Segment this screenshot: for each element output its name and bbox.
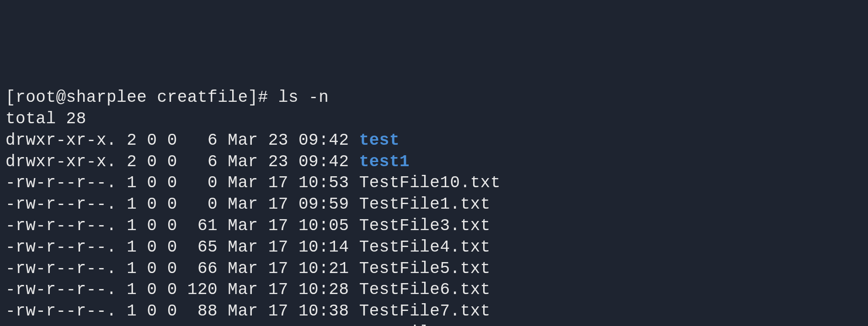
ls-entry-meta: -rw-r--r--. 1 0 0 0 Mar 17 09:59 xyxy=(5,195,359,214)
ls-entry: -rw-r--r--. 1 0 0 0 Mar 17 10:53 TestFil… xyxy=(5,173,863,194)
ls-entry-meta: -rw-r--r--. 1 0 0 120 Mar 17 10:28 xyxy=(5,280,359,299)
ls-entry-meta: -rw-r--r--. 1 0 0 65 Mar 17 10:14 xyxy=(5,238,359,257)
ls-entry: drwxr-xr-x. 2 0 0 6 Mar 23 09:42 test1 xyxy=(5,152,863,173)
ls-entry-meta: -rw-r--r--. 1 0 0 88 Mar 17 10:38 xyxy=(5,302,359,321)
file-name: TestFile8.txt xyxy=(359,323,490,326)
ls-entry-meta: -rw-r--r--. 1 0 0 37 Mar 17 10:45 xyxy=(5,323,359,326)
ls-entry: -rw-r--r--. 1 0 0 66 Mar 17 10:21 TestFi… xyxy=(5,258,863,280)
terminal-output[interactable]: [root@sharplee creatfile]# ls -ntotal 28… xyxy=(5,87,863,326)
file-name: TestFile1.txt xyxy=(359,195,490,214)
ls-entry: -rw-r--r--. 1 0 0 61 Mar 17 10:05 TestFi… xyxy=(5,216,863,237)
ls-entry: -rw-r--r--. 1 0 0 120 Mar 17 10:28 TestF… xyxy=(5,279,863,301)
command-line: [root@sharplee creatfile]# ls -n xyxy=(5,87,863,109)
file-name: TestFile4.txt xyxy=(359,238,490,257)
ls-entry: -rw-r--r--. 1 0 0 37 Mar 17 10:45 TestFi… xyxy=(5,322,863,326)
file-name: TestFile10.txt xyxy=(359,174,501,192)
file-name: TestFile3.txt xyxy=(359,216,490,235)
ls-entry: drwxr-xr-x. 2 0 0 6 Mar 23 09:42 test xyxy=(5,130,863,152)
shell-prompt: [root@sharplee creatfile]# xyxy=(5,88,278,107)
ls-entry-meta: -rw-r--r--. 1 0 0 61 Mar 17 10:05 xyxy=(5,216,359,235)
ls-entry: -rw-r--r--. 1 0 0 0 Mar 17 09:59 TestFil… xyxy=(5,194,863,216)
directory-name: test1 xyxy=(359,152,410,171)
typed-command: ls -n xyxy=(278,88,329,107)
ls-entry: -rw-r--r--. 1 0 0 65 Mar 17 10:14 TestFi… xyxy=(5,237,863,258)
ls-entry-meta: -rw-r--r--. 1 0 0 0 Mar 17 10:53 xyxy=(5,174,359,192)
ls-entry-meta: drwxr-xr-x. 2 0 0 6 Mar 23 09:42 xyxy=(5,131,359,150)
file-name: TestFile6.txt xyxy=(359,280,490,299)
total-line: total 28 xyxy=(5,109,863,130)
directory-name: test xyxy=(359,131,399,150)
ls-entry-meta: drwxr-xr-x. 2 0 0 6 Mar 23 09:42 xyxy=(5,152,359,171)
ls-entry-meta: -rw-r--r--. 1 0 0 66 Mar 17 10:21 xyxy=(5,259,359,278)
file-name: TestFile5.txt xyxy=(359,259,490,278)
file-name: TestFile7.txt xyxy=(359,302,490,321)
ls-entry: -rw-r--r--. 1 0 0 88 Mar 17 10:38 TestFi… xyxy=(5,301,863,322)
